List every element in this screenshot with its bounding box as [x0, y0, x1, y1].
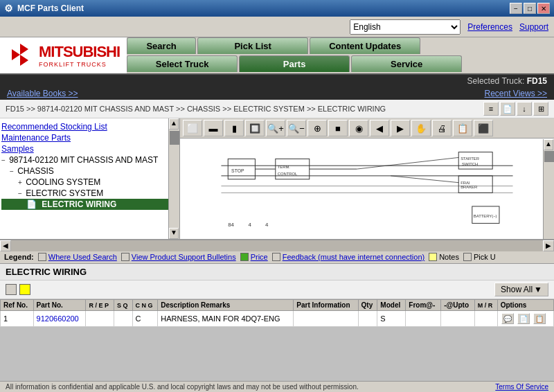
option-doc-icon[interactable]: 📄	[517, 313, 530, 324]
diag-circle-btn[interactable]: ◉	[349, 120, 368, 136]
col-part: Part No.	[33, 300, 86, 311]
option-chat-icon[interactable]: 💬	[501, 313, 514, 324]
minimize-button[interactable]: −	[510, 3, 522, 14]
scroll-left-btn[interactable]: ◀	[0, 240, 11, 251]
tab-search[interactable]: Search	[127, 37, 196, 54]
books-bar: Available Books >> Recent Views >>	[0, 87, 554, 100]
scroll-thumb[interactable]	[170, 131, 179, 145]
tab-row-1: Search Pick List Content Updates	[127, 37, 554, 54]
recent-views-link[interactable]: Recent Views >>	[485, 89, 548, 98]
diag-print-btn[interactable]: 🖨	[432, 120, 452, 136]
tree-item-recommended[interactable]: Recommended Stocking List	[1, 121, 178, 132]
diag-select-btn[interactable]: ⬜	[183, 120, 202, 136]
diag-zoomin-btn[interactable]: 🔍+	[266, 120, 285, 136]
scroll-track[interactable]	[11, 240, 543, 251]
option-copy-icon[interactable]: 📋	[533, 313, 546, 324]
logo-text: MITSUBISHI FORKLIFT TRUCKS	[39, 43, 120, 68]
diag-zoomout-btn[interactable]: 🔍−	[287, 120, 306, 136]
color-filter-yellow[interactable]	[19, 284, 30, 295]
diag-box-btn[interactable]: ▮	[224, 120, 244, 136]
breadcrumb-bar: FD15 >> 98714-02120 MIT CHASSIS AND MAST…	[0, 100, 554, 118]
tab-parts[interactable]: Parts	[239, 55, 350, 72]
cell-model: S	[377, 311, 406, 327]
svg-text:BRAKER: BRAKER	[461, 185, 477, 189]
tree-expander-chassis: −	[10, 168, 14, 175]
parts-header: ELECTRIC WIRING	[0, 264, 554, 280]
tree-item-cooling[interactable]: + COOLING SYSTEM	[1, 177, 178, 188]
language-select[interactable]: English French Spanish German Japanese	[350, 19, 461, 35]
svg-text:4: 4	[249, 222, 252, 228]
tree-expander-electric: −	[18, 190, 22, 197]
tree-item-electric-system[interactable]: − ELECTRIC SYSTEM	[1, 188, 178, 199]
svg-text:84: 84	[228, 222, 234, 228]
tree-panel: Recommended Stocking List Maintenance Pa…	[0, 118, 180, 239]
selected-truck-value: FD15	[527, 76, 547, 86]
legend-price-link[interactable]: Price	[251, 253, 268, 261]
bc-page-icon[interactable]: 📄	[500, 102, 515, 116]
tab-content-updates[interactable]: Content Updates	[310, 37, 420, 54]
app-title: MCF Parts Client	[17, 3, 84, 13]
color-filter-gray[interactable]	[6, 284, 17, 295]
diag-full-btn[interactable]: ⬛	[474, 120, 493, 136]
diag-scroll-thumb[interactable]	[544, 151, 554, 162]
tree-scrollbar[interactable]: ▲ ▼	[168, 118, 179, 239]
mitsubishi-logo	[7, 42, 33, 69]
cell-cng: C	[132, 311, 158, 327]
diag-fill-btn[interactable]: ■	[328, 120, 348, 136]
tab-row-2: Select Truck Parts Service	[127, 55, 554, 72]
close-button[interactable]: ✕	[537, 3, 550, 14]
legend-pick: Pick U	[463, 253, 496, 261]
cell-mr	[474, 311, 497, 327]
terms-link[interactable]: Terms Of Service	[495, 383, 548, 391]
preferences-link[interactable]: Preferences	[467, 22, 512, 32]
tab-service[interactable]: Service	[351, 55, 462, 72]
tree-item-electric-wiring[interactable]: 📄 ELECTRIC WIRING	[1, 199, 178, 210]
scroll-down-btn[interactable]: ▼	[169, 228, 179, 239]
brand-subtitle: FORKLIFT TRUCKS	[39, 61, 120, 68]
tree-expander-cooling: +	[18, 179, 22, 186]
legend-feedback: Feedback (must have internet connection)	[272, 253, 425, 261]
diag-scroll-up[interactable]: ▲	[544, 139, 553, 150]
show-all-button[interactable]: Show All ▼	[494, 283, 548, 296]
tree-item-root[interactable]: − 98714-02120 MIT CHASSIS AND MAST	[1, 154, 178, 166]
bc-down-icon[interactable]: ↓	[517, 102, 532, 116]
tab-picklist[interactable]: Pick List	[197, 37, 308, 54]
diag-copy-btn[interactable]: 📋	[453, 120, 472, 136]
legend-where-used-link[interactable]: Where Used Search	[48, 253, 117, 261]
tree-item-maintenance[interactable]: Maintenance Parts	[1, 132, 178, 143]
bc-expand-icon[interactable]: ⊞	[533, 102, 548, 116]
diagram-scrollbar-v[interactable]: ▲	[543, 139, 554, 239]
diag-pan-btn[interactable]: ✋	[411, 120, 431, 136]
legend-feedback-link[interactable]: Feedback (must have internet connection)	[283, 253, 425, 261]
tree-item-samples[interactable]: Samples	[1, 143, 178, 154]
copyright-text: All information is confidential and appl…	[6, 383, 359, 391]
bc-list-icon[interactable]: ≡	[483, 102, 499, 116]
color-filters	[6, 284, 30, 295]
breadcrumb: FD15 >> 98714-02120 MIT CHASSIS AND MAST…	[6, 105, 483, 113]
logo-area: MITSUBISHI FORKLIFT TRUCKS	[0, 37, 127, 73]
available-books-link[interactable]: Available Books >>	[7, 89, 78, 98]
col-model: Model	[377, 300, 406, 311]
diag-line-btn[interactable]: ▬	[204, 120, 223, 136]
cell-options: 💬 📄 📋	[497, 311, 553, 327]
tab-select-truck[interactable]: Select Truck	[127, 55, 238, 72]
support-link[interactable]: Support	[519, 22, 548, 32]
cell-part[interactable]: 9120660200	[33, 311, 86, 327]
maximize-button[interactable]: □	[524, 3, 536, 14]
tree-item-chassis[interactable]: − CHASSIS	[1, 166, 178, 177]
col-from: From@-	[406, 300, 441, 311]
top-menu-area: English French Spanish German Japanese P…	[0, 17, 554, 37]
legend-price: Price	[240, 253, 268, 261]
diag-frame-btn[interactable]: 🔲	[245, 120, 265, 136]
col-partinfo: Part Information	[294, 300, 358, 311]
scroll-up-btn[interactable]: ▲	[169, 118, 179, 130]
legend-bulletins-link[interactable]: View Product Support Bulletins	[132, 253, 236, 261]
diag-next-btn[interactable]: ▶	[391, 120, 410, 136]
diag-fit-btn[interactable]: ⊕	[307, 120, 327, 136]
top-links: Preferences Support	[467, 22, 548, 32]
legend-bulletins: View Product Support Bulletins	[121, 253, 236, 261]
parts-table-header: Ref No. Part No. R / E P S Q C N G Descr…	[1, 300, 554, 311]
diag-prev-btn[interactable]: ◀	[370, 120, 389, 136]
scroll-right-btn[interactable]: ▶	[543, 240, 554, 251]
col-mr: M / R	[474, 300, 497, 311]
